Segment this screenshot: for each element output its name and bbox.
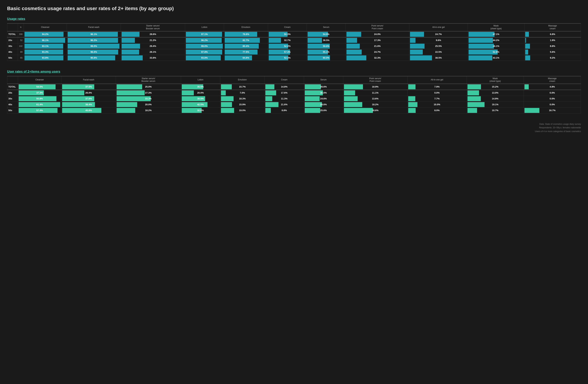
data-cell: 11.3% [265,96,304,102]
data-cell: 19.0% [220,107,265,113]
data-cell: 55.1% [307,49,346,55]
data-cell: 24.0% [346,31,409,37]
page-title: Basic cosmetics usage rates and user rat… [7,5,581,12]
data-cell: 45.8% [62,107,116,113]
data-cell: 18.2% [116,107,181,113]
data-cell: 46.1% [468,43,524,49]
data-cell: 5.6% [524,49,581,55]
row-n: 102 [18,43,24,49]
data-cell: 29.4% [121,43,185,49]
data-cell: 33.3% [116,96,181,102]
user-rates-section: User rates of 2+items among users Cleans… [7,70,581,113]
data-cell: 93.1% [24,43,67,49]
data-cell: 1.9% [524,37,581,43]
data-cell: 37.3% [18,90,62,96]
data-cell: 15.2% [467,84,524,90]
data-cell: 0.0% [524,102,581,107]
footer-note: Data: State of cosmetics usage diary sur… [7,122,581,133]
data-cell: 94.2% [24,31,67,37]
data-cell: 96.1% [67,31,121,37]
section1-label: Usage rates [7,17,581,21]
row-label: 20s [7,90,18,96]
data-cell: 16.7% [524,107,581,113]
data-cell: 52.3% [268,55,307,61]
data-cell: 59.8% [307,43,346,49]
data-cell: 42.5% [181,102,220,107]
table-row: TOTAL30894.2%96.1%28.6%97.1%76.6%50.3%54… [7,31,581,37]
data-cell: 20.0% [116,102,181,107]
data-cell: 90.8% [67,55,121,61]
data-cell: 6.8% [524,31,581,37]
data-cell: 57.4% [18,107,62,113]
data-cell: 99.0% [185,43,224,49]
data-cell: 76.6% [224,31,268,37]
data-cell: 93.8% [24,55,67,61]
data-cell: 0.0% [524,96,581,102]
data-cell: 98.1% [24,37,67,43]
data-cell: 32.8% [181,107,220,113]
data-cell: 52.0% [268,43,307,49]
data-cell: 38.5% [307,37,346,43]
usage-rates-section: Usage rates n Cleanser Facial wash Start… [7,17,581,61]
data-cell: 37.5% [62,84,116,90]
data-cell: 17.6% [265,90,304,96]
data-cell: 50.3% [268,31,307,37]
data-cell: 80.4% [224,43,268,49]
row-label: 30s [7,96,18,102]
data-cell: 82.7% [224,37,268,43]
data-cell: 44.2% [468,37,524,43]
data-cell: 26.6% [304,84,343,90]
data-cell: 38.4% [62,102,116,107]
data-cell: 18.3% [220,96,265,102]
data-cell: 15.9% [220,102,265,107]
data-cell: 13.0% [467,90,524,96]
data-cell: 43.1% [468,55,524,61]
data-cell: 10.0% [407,102,467,107]
table-row: 20s5298.1%96.2%21.2%96.2%82.7%32.7%38.5%… [7,37,581,43]
data-cell: 32.7% [268,37,307,43]
data-cell: 97.1% [185,31,224,37]
data-cell: 38.6% [181,96,220,102]
data-cell: 32.3% [346,55,409,61]
data-cell: 7.7% [407,96,467,102]
data-cell: 47.1% [468,31,524,37]
data-cell: 24.6% [304,96,343,102]
data-cell: 54.9% [307,31,346,37]
data-cell: 25.5% [409,43,468,49]
data-cell: 30.0% [304,90,343,96]
data-cell: 54.5% [18,84,62,90]
table-row: 50s6593.8%90.8%33.8%93.8%64.6%52.3%60.0%… [7,55,581,61]
data-cell: 0.0% [524,90,581,96]
table-row: 30s55.8%37.6%33.3%38.6%18.3%11.3%24.6%13… [7,96,581,102]
usage-rates-table: n Cleanser Facial wash Starter serum/Boo… [7,23,581,61]
data-cell: 60.0% [307,55,346,61]
table-row: 40s61.4%38.4%20.0%42.5%15.9%21.6%28.6%18… [7,102,581,107]
row-n: 65 [18,55,24,61]
data-cell: 33.8% [121,55,185,61]
data-cell: 77.5% [224,49,268,55]
table-row: 20s37.3%26.0%27.3%20.0%7.0%17.6%30.0%11.… [7,90,581,96]
data-cell: 8.8% [265,107,304,113]
data-cell: 21.6% [346,43,409,49]
data-cell: 28.6% [304,102,343,107]
row-label: 50s [7,55,18,61]
data-cell: 14.9% [467,96,524,102]
data-cell: 24.7% [409,31,468,37]
data-cell: 10.7% [467,107,524,113]
data-cell: 64.6% [224,55,268,61]
row-label: 40s [7,102,18,107]
data-cell: 24.7% [346,49,409,55]
data-cell: 18.9% [343,84,407,90]
data-cell: 35.5% [181,84,220,90]
data-cell: 4.8% [524,84,581,90]
data-cell: 97.8% [185,49,224,55]
data-cell: 57.3% [268,49,307,55]
data-cell: 22.5% [409,49,468,55]
data-cell: 0.0% [407,90,467,96]
data-cell: 18.2% [343,102,407,107]
row-label: 50s [7,107,18,113]
data-cell: 28.6% [121,31,185,37]
data-cell: 21.2% [121,37,185,43]
row-label: TOTAL [7,84,18,90]
table-row: 50s57.4%45.8%18.2%32.8%19.0%8.8%25.6%28.… [7,107,581,113]
